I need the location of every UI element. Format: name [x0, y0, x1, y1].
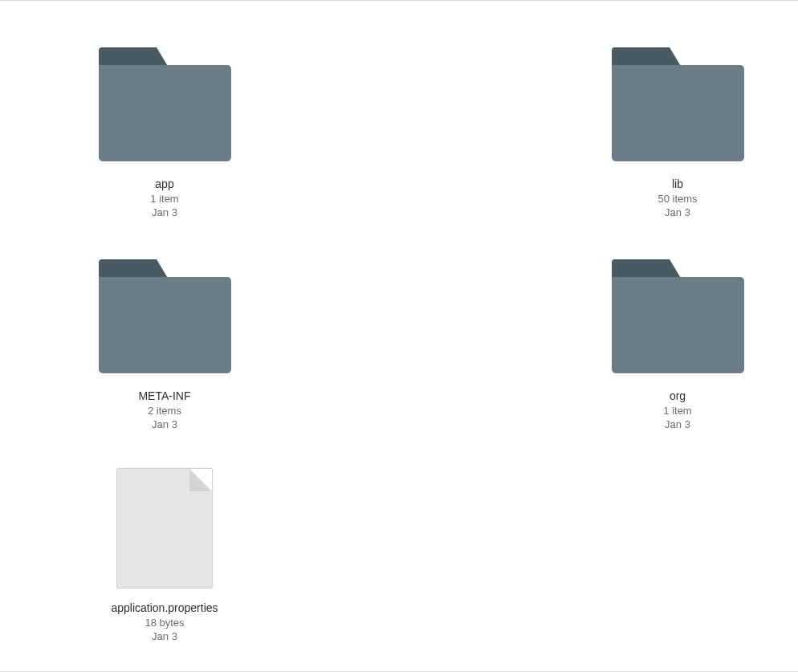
item-count: 50 items — [658, 192, 697, 206]
item-size: 18 bytes — [111, 616, 218, 630]
folder-item-app[interactable]: app 1 item Jan 3 — [96, 40, 233, 220]
item-label-stack: META-INF 2 items Jan 3 — [138, 389, 190, 432]
file-item-application-properties[interactable]: application.properties 18 bytes Jan 3 — [96, 464, 233, 644]
file-icon — [96, 464, 233, 593]
folder-icon — [609, 252, 746, 381]
item-date: Jan 3 — [663, 417, 691, 432]
item-count: 2 items — [138, 404, 190, 418]
item-date: Jan 3 — [111, 629, 218, 644]
folder-icon — [96, 252, 233, 381]
item-name: application.properties — [111, 601, 218, 616]
item-name: app — [150, 177, 178, 192]
item-name: lib — [658, 177, 697, 192]
folder-icon — [609, 40, 746, 169]
item-name: META-INF — [138, 389, 190, 404]
item-label-stack: app 1 item Jan 3 — [150, 177, 178, 220]
item-date: Jan 3 — [150, 206, 178, 220]
item-name: org — [663, 389, 691, 404]
file-browser-grid: app 1 item Jan 3 lib 50 items Jan 3 META — [0, 0, 798, 644]
folder-icon — [96, 40, 233, 169]
item-date: Jan 3 — [658, 206, 697, 220]
item-label-stack: org 1 item Jan 3 — [663, 389, 691, 432]
item-count: 1 item — [150, 192, 178, 206]
folder-item-org[interactable]: org 1 item Jan 3 — [609, 252, 746, 432]
folder-item-lib[interactable]: lib 50 items Jan 3 — [609, 40, 746, 220]
item-label-stack: lib 50 items Jan 3 — [658, 177, 697, 220]
window-top-border — [0, 0, 798, 1]
item-count: 1 item — [663, 404, 691, 418]
folder-item-meta-inf[interactable]: META-INF 2 items Jan 3 — [96, 252, 233, 432]
item-label-stack: application.properties 18 bytes Jan 3 — [111, 601, 218, 644]
item-date: Jan 3 — [138, 417, 190, 432]
